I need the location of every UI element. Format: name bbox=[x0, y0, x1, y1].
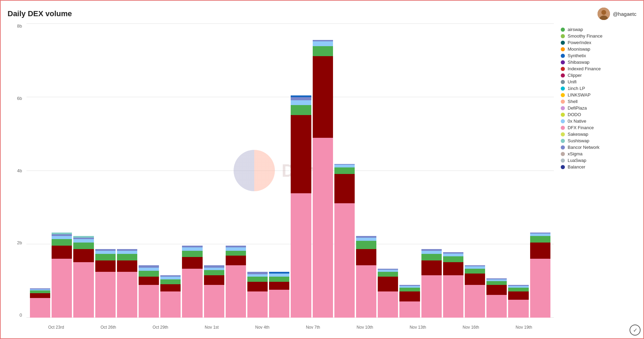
bar-segment bbox=[269, 282, 289, 290]
bar-stack bbox=[226, 246, 246, 318]
legend-dot bbox=[561, 165, 565, 169]
chart-wrapper: 8b 6b 4b 2b 0 Dune Oc bbox=[8, 23, 554, 331]
bar-group bbox=[247, 23, 268, 318]
bar-segment bbox=[399, 288, 420, 291]
bar-segment bbox=[160, 279, 181, 284]
legend-item: 0x Native bbox=[561, 119, 636, 124]
bar-group bbox=[117, 23, 137, 318]
legend-label: Sushiswap bbox=[568, 138, 589, 143]
legend-dot bbox=[561, 139, 565, 143]
bar-segment bbox=[226, 251, 246, 256]
legend-label: xSigma bbox=[568, 151, 582, 156]
legend-label: Unifi bbox=[568, 79, 577, 84]
bar-segment bbox=[247, 272, 268, 274]
legend-dot bbox=[561, 47, 565, 51]
bar-segment bbox=[291, 115, 311, 194]
legend-label: Bancor Network bbox=[568, 145, 599, 150]
bar-segment bbox=[73, 262, 94, 318]
legend-item: Bancor Network bbox=[561, 145, 636, 150]
bar-segment bbox=[313, 46, 333, 56]
bar-segment bbox=[204, 265, 224, 268]
bar-segment bbox=[334, 174, 355, 203]
bar-stack bbox=[291, 95, 311, 318]
bar-segment bbox=[182, 251, 202, 257]
bar-group bbox=[182, 23, 202, 318]
bar-stack bbox=[486, 278, 507, 318]
bar-segment bbox=[73, 239, 94, 242]
legend-label: Mooniswap bbox=[568, 47, 590, 52]
legend-item: 1inch LP bbox=[561, 86, 636, 91]
bar-segment bbox=[486, 285, 507, 295]
bar-stack bbox=[421, 249, 442, 318]
bar-segment bbox=[269, 277, 289, 281]
legend-dot bbox=[561, 152, 565, 156]
bar-segment bbox=[73, 249, 94, 262]
bar-segment bbox=[421, 254, 442, 260]
bar-segment bbox=[443, 262, 463, 275]
bar-segment bbox=[291, 105, 311, 115]
legend-label: Sakeswap bbox=[568, 132, 588, 137]
legend-dot bbox=[561, 100, 565, 104]
bar-stack bbox=[356, 236, 376, 318]
bar-stack bbox=[465, 265, 485, 318]
bar-stack bbox=[530, 233, 550, 318]
bar-segment bbox=[443, 275, 463, 318]
bar-stack bbox=[313, 40, 333, 318]
legend-item: Sakeswap bbox=[561, 132, 636, 137]
legend-item: Mooniswap bbox=[561, 47, 636, 52]
legend-item: LuaSwap bbox=[561, 158, 636, 163]
svg-point-1 bbox=[601, 10, 606, 15]
bar-segment bbox=[530, 259, 550, 318]
legend-dot bbox=[561, 34, 565, 38]
bar-segment bbox=[443, 254, 463, 256]
avatar bbox=[598, 8, 610, 20]
bar-segment bbox=[204, 285, 224, 318]
bar-segment bbox=[204, 275, 224, 285]
bar-group bbox=[443, 23, 463, 318]
bar-group bbox=[486, 23, 507, 318]
bar-segment bbox=[182, 269, 202, 318]
bar-segment bbox=[465, 269, 485, 274]
bar-group bbox=[269, 23, 289, 318]
legend-item: Clipper bbox=[561, 73, 636, 78]
x-label: Nov 7th bbox=[306, 325, 320, 330]
legend-dot bbox=[561, 67, 565, 71]
legend-label: Clipper bbox=[568, 73, 582, 78]
legend-label: Synthetix bbox=[568, 53, 586, 58]
x-label: Nov 19th bbox=[516, 325, 532, 330]
y-axis: 8b 6b 4b 2b 0 bbox=[8, 23, 25, 318]
legend-label: LINKSWAP bbox=[568, 92, 591, 97]
bar-segment bbox=[291, 193, 311, 318]
legend-label: 1inch LP bbox=[568, 86, 585, 91]
bar-stack bbox=[269, 272, 289, 318]
bar-group bbox=[356, 23, 376, 318]
bar-group bbox=[204, 23, 224, 318]
bar-segment bbox=[95, 251, 116, 254]
bar-stack bbox=[52, 233, 72, 318]
check-badge: ✓ bbox=[630, 325, 641, 336]
bar-segment bbox=[291, 100, 311, 105]
bar-segment bbox=[95, 272, 116, 318]
chart-inner: Dune Oct 23rdOct 26thOct 29thNov 1stNov … bbox=[26, 23, 554, 318]
legend-dot bbox=[561, 132, 565, 136]
bar-stack bbox=[508, 285, 528, 318]
bar-group bbox=[226, 23, 246, 318]
legend-label: Indexed Finance bbox=[568, 66, 601, 71]
bar-stack bbox=[73, 236, 94, 318]
bar-segment bbox=[378, 272, 398, 277]
bar-group bbox=[30, 23, 50, 318]
bar-segment bbox=[508, 288, 528, 291]
x-label: Nov 10th bbox=[357, 325, 373, 330]
legend-dot bbox=[561, 93, 565, 97]
bar-segment bbox=[139, 265, 159, 268]
legend-item: Smoothy Finance bbox=[561, 33, 636, 39]
bar-segment bbox=[313, 56, 333, 138]
bar-segment bbox=[486, 281, 507, 285]
username: @hagaetc bbox=[613, 11, 636, 17]
bar-segment bbox=[421, 275, 442, 318]
bar-segment bbox=[95, 254, 116, 260]
legend-dot bbox=[561, 80, 565, 84]
chart-area: 8b 6b 4b 2b 0 Dune Oc bbox=[8, 23, 636, 331]
bar-segment bbox=[421, 251, 442, 254]
legend-dot bbox=[561, 119, 565, 123]
